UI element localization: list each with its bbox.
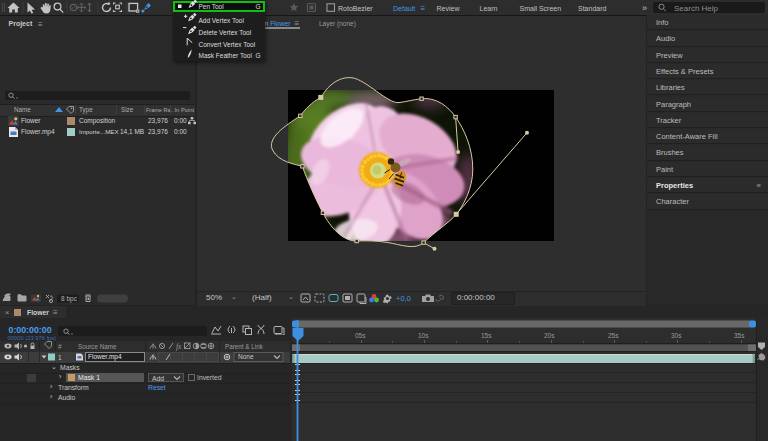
- svg-text:RotoBezier: RotoBezier: [338, 5, 373, 12]
- svg-text:10s: 10s: [418, 332, 429, 339]
- svg-text:05s: 05s: [355, 332, 366, 339]
- svg-text:Learn: Learn: [480, 5, 498, 12]
- svg-text:Search Help: Search Help: [674, 4, 719, 13]
- svg-text:G: G: [256, 3, 261, 10]
- svg-text:Convert Vertex Tool: Convert Vertex Tool: [199, 41, 256, 48]
- svg-text:Pen Tool: Pen Tool: [199, 3, 225, 10]
- svg-text:20s: 20s: [544, 332, 555, 339]
- svg-text:Delete Vertex Tool: Delete Vertex Tool: [199, 29, 252, 36]
- svg-text:1: 1: [58, 354, 62, 361]
- svg-text:None: None: [238, 353, 254, 360]
- svg-text:8 bpc: 8 bpc: [61, 295, 78, 303]
- svg-text:Add Vertex Tool: Add Vertex Tool: [199, 17, 245, 24]
- svg-text:G: G: [256, 52, 261, 59]
- svg-text:Small Screen: Small Screen: [520, 5, 562, 12]
- svg-text:Flower.mp4: Flower.mp4: [88, 353, 122, 361]
- svg-text:15s: 15s: [481, 332, 492, 339]
- svg-text:≡: ≡: [421, 4, 426, 13]
- svg-text:+0,0: +0,0: [396, 294, 411, 303]
- svg-text:25s: 25s: [608, 332, 619, 339]
- svg-text:35s: 35s: [734, 332, 745, 339]
- svg-text:#: #: [58, 343, 62, 350]
- svg-text:Parent & Link: Parent & Link: [225, 343, 264, 350]
- svg-text:Standard: Standard: [578, 5, 607, 12]
- svg-text:fx: fx: [176, 342, 182, 351]
- svg-text:Review: Review: [437, 5, 461, 12]
- svg-text:Source Name: Source Name: [78, 343, 117, 350]
- svg-text:»: »: [642, 3, 647, 13]
- svg-text:30s: 30s: [671, 332, 682, 339]
- svg-text:Mask Feather Tool: Mask Feather Tool: [199, 52, 253, 59]
- svg-text:Default: Default: [393, 5, 415, 12]
